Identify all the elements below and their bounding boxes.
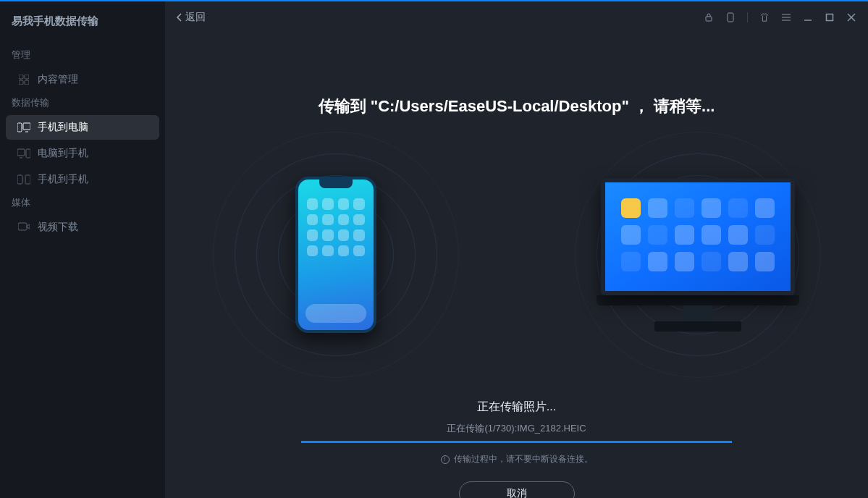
section-transfer: 数据传输: [0, 93, 165, 115]
sidebar-item-label: 电脑到手机: [38, 147, 88, 160]
divider: [747, 12, 748, 22]
svg-rect-11: [25, 175, 30, 184]
warning-label: 传输过程中，请不要中断设备连接。: [454, 453, 593, 465]
sidebar-item-label: 内容管理: [38, 73, 78, 86]
sidebar-item-phone-to-pc[interactable]: 手机到电脑: [6, 115, 159, 140]
svg-rect-13: [706, 17, 712, 21]
back-button[interactable]: 返回: [177, 11, 206, 24]
monitor-icon: [601, 178, 795, 295]
phone-icon[interactable]: [725, 12, 736, 22]
video-download-icon: [17, 222, 30, 232]
sidebar-item-label: 视频下载: [38, 221, 78, 234]
status-title: 正在传输照片...: [300, 400, 734, 415]
svg-rect-3: [25, 80, 29, 85]
sidebar-item-pc-to-phone[interactable]: 电脑到手机: [6, 141, 159, 166]
sidebar-item-content-manage[interactable]: 内容管理: [6, 67, 159, 92]
chevron-left-icon: [177, 13, 182, 22]
maximize-icon[interactable]: [825, 12, 835, 22]
status-file: 正在传输(1/730):IMG_2182.HEIC: [300, 422, 734, 435]
sidebar: 易我手机数据传输 管理 内容管理 数据传输 手机到电脑 电脑到手机 手机到手机 …: [0, 1, 165, 498]
phone-device: [235, 153, 437, 356]
phone-icon: [295, 177, 376, 333]
progress-bar-track: [301, 441, 732, 443]
back-label: 返回: [185, 11, 206, 24]
shirt-icon[interactable]: [759, 12, 770, 22]
svg-rect-1: [25, 75, 29, 79]
window-controls: [704, 12, 856, 22]
info-icon: !: [441, 455, 450, 464]
section-manage: 管理: [0, 46, 165, 67]
svg-rect-12: [18, 223, 27, 230]
svg-rect-4: [17, 123, 22, 132]
pc-to-phone-icon: [17, 148, 30, 159]
grid-icon: [17, 75, 30, 85]
section-media: 媒体: [0, 193, 165, 215]
svg-rect-2: [19, 80, 23, 85]
transfer-heading: 传输到 "C:/Users/EaseUS-Local/Desktop" ， 请稍…: [319, 96, 715, 117]
minimize-icon[interactable]: [803, 12, 813, 22]
close-icon[interactable]: [846, 12, 856, 22]
main-area: 返回 传输到: [165, 1, 868, 498]
progress-bar-fill: [301, 441, 732, 443]
app-title: 易我手机数据传输: [0, 14, 165, 46]
sidebar-item-label: 手机到手机: [38, 173, 88, 186]
lock-icon[interactable]: [704, 12, 714, 22]
menu-icon[interactable]: [781, 12, 791, 22]
pc-device: [597, 153, 799, 356]
topbar: 返回: [165, 1, 868, 33]
phone-to-phone-icon: [17, 174, 30, 185]
devices-illustration: [235, 153, 799, 356]
svg-rect-7: [17, 149, 25, 156]
cancel-button[interactable]: 取消: [459, 481, 575, 498]
svg-rect-5: [23, 123, 30, 130]
sidebar-item-label: 手机到电脑: [38, 121, 88, 134]
svg-rect-14: [728, 13, 733, 22]
phone-to-pc-icon: [17, 122, 30, 132]
sidebar-item-phone-to-phone[interactable]: 手机到手机: [6, 167, 159, 192]
svg-rect-19: [827, 14, 833, 21]
svg-rect-9: [26, 149, 30, 158]
svg-rect-10: [17, 175, 22, 184]
warning-text: ! 传输过程中，请不要中断设备连接。: [300, 453, 734, 465]
status-block: 正在传输照片... 正在传输(1/730):IMG_2182.HEIC ! 传输…: [300, 400, 734, 498]
svg-rect-0: [19, 75, 23, 79]
content: 传输到 "C:/Users/EaseUS-Local/Desktop" ， 请稍…: [165, 33, 868, 498]
sidebar-item-video-download[interactable]: 视频下载: [6, 215, 159, 240]
